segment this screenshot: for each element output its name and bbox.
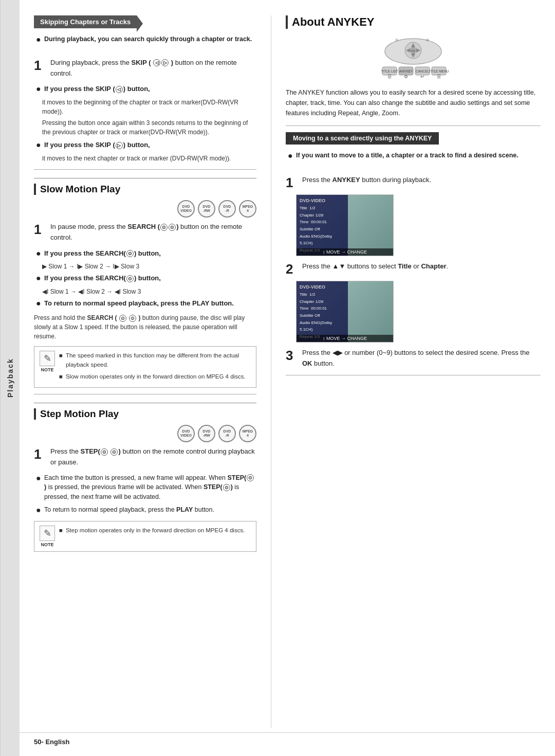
step-text1: Press the (50, 447, 81, 455)
right-column: About ANYKEY (271, 15, 555, 728)
intro-bullet: ● (36, 34, 41, 51)
skip-back-sub2: Pressing the button once again within 3 … (42, 118, 256, 137)
svg-text:TITLE MENU: TITLE MENU (429, 69, 449, 73)
svg-text:ANYKEY: ANYKEY (399, 69, 413, 73)
step-bullet2-text: To return to normal speed playback, pres… (44, 505, 256, 516)
anykey-ok-bold: OK (302, 359, 312, 367)
skip-fwd-bold: If you press the SKIP (▷) button, (44, 141, 150, 149)
about-title-text: About ANYKEY (292, 15, 375, 29)
step-title-bar (34, 408, 36, 420)
about-anykey-section: About ANYKEY (286, 15, 541, 375)
return-play-bold: To return to normal speed playback, pres… (44, 299, 234, 307)
remote-svg: OK ⊙ ⊙ TITLE LIST ANYKEY CANCEL (367, 36, 459, 82)
skipping-step1: 1 During playback, press the SKIP ( ◁▷ )… (34, 58, 256, 79)
anykey-title-bold: Title (398, 262, 412, 270)
skipping-header: Skipping Chapters or Tracks (34, 15, 137, 28)
anykey-bold: ANYKEY (332, 176, 360, 184)
skip-fwd-sub: it moves to the next chapter or track or… (42, 154, 256, 163)
skip-back-sub1: it moves to the beginning of the chapter… (42, 98, 256, 116)
slow-title-row: Slow Motion Play (34, 178, 256, 195)
step-bullet1: ● Each time the button is pressed, a new… (36, 473, 256, 502)
dvd-screen-1: DVD-VIDEO Title 1/2 Chapter 1/28 Time 00… (296, 194, 394, 256)
slow-disc-icons: DVDVIDEO DVD-RW DVD-R MPEG4 (34, 200, 256, 218)
search-fwd-bullet: ● If you press the SEARCH(⊙) button, (36, 248, 256, 259)
anykey-step3: 3 Press the ◀▶ or number (0~9) buttons t… (286, 348, 541, 369)
slow-note-box: ✎ NOTE ■ The speed marked in this functi… (34, 346, 256, 388)
slow-motion-section: Slow Motion Play DVDVIDEO DVD-RW DVD-R M… (34, 178, 256, 388)
remote-control-image: OK ⊙ ⊙ TITLE LIST ANYKEY CANCEL (367, 36, 459, 82)
skipping-intro: During playback, you can search quickly … (44, 34, 256, 44)
skipping-section: Skipping Chapters or Tracks ● During pla… (34, 15, 256, 163)
skip-back-bold: If you press the SKIP (◁) button, (44, 85, 150, 93)
return-play-bullet: ● To return to normal speed playback, pr… (36, 298, 256, 309)
skip-back-dot: ● (36, 84, 41, 95)
divider-2 (34, 394, 256, 394)
step-step1: 1 Press the STEP(⊙ ⊙) button on the remo… (34, 446, 256, 468)
about-desc: The ANYKEY function allows you to easily… (286, 87, 541, 118)
anykey-step2-text: Press the ▲▼ buttons to select (302, 262, 398, 270)
skip-back-content: If you press the SKIP (◁) button, (44, 84, 256, 95)
skip-fwd-content: If you press the SKIP (▷) button, (44, 140, 256, 151)
anykey-step1-text2: button during playback. (360, 176, 431, 184)
anykey-step1-text: Press the (302, 176, 332, 184)
mpeg4-icon: MPEG4 (239, 200, 256, 218)
search-bwd-bullet: ● If you press the SEARCH(⊙) button, (36, 273, 256, 284)
footer: 50- English (20, 732, 555, 746)
note-icon: ✎ (40, 351, 55, 366)
svg-text:⚙: ⚙ (404, 74, 408, 79)
page-number: 50 (34, 738, 41, 746)
step-mpeg4-icon: MPEG4 (239, 425, 256, 442)
dvdr-icon: DVD-R (218, 200, 236, 218)
anykey-step2: 2 Press the ▲▼ buttons to select Title o… (286, 261, 541, 276)
dvd-screen-2: DVD-VIDEO Title 1/2 Chapter 1/28 Time 00… (296, 281, 394, 343)
slow-step1: 1 In pause mode, press the SEARCH (⊙⊙) b… (34, 222, 256, 243)
dvd-rw-icon: DVD-RW (198, 200, 215, 218)
slow-note-bullet2: Slow motion operates only in the forward… (66, 372, 246, 381)
slow-step1-text: In pause mode, press the (50, 223, 127, 230)
search-bwd-bold: If you press the SEARCH(⊙) button, (44, 274, 161, 282)
svg-text:OK: OK (411, 49, 416, 52)
step-title-text: Step Motion Play (40, 408, 119, 420)
step1-text: During playback, press the (50, 59, 132, 66)
sidebar: Playback (0, 0, 20, 756)
search-fwd-bold: If you press the SEARCH(⊙) button, (44, 249, 161, 257)
anykey-step3-text2: button. (312, 359, 335, 367)
slow-note-bullet1: The speed marked in this function may be… (66, 351, 251, 370)
about-title-row: About ANYKEY (286, 15, 541, 29)
svg-text:⊙: ⊙ (426, 38, 429, 42)
step-dvdr-icon: DVD-R (218, 425, 236, 442)
moving-header: Moving to a scene directly using the ANY… (286, 132, 439, 145)
step-dvd-video-icon: DVDVIDEO (177, 425, 195, 442)
step-step1-content: Press the STEP(⊙ ⊙) button on the remote… (50, 446, 256, 468)
step-note-content: Step motion operates only in the forward… (66, 526, 245, 535)
move-intro: If you want to move to a title, a chapte… (296, 151, 541, 160)
slow-hold-note: Press and hold the SEARCH ( ⊙ ⊙ ) button… (34, 313, 256, 341)
svg-text:TITLE LIST: TITLE LIST (381, 69, 398, 73)
skip-fwd-bullet: ● If you press the SKIP (▷) button, (36, 140, 256, 151)
step-disc-icons: DVDVIDEO DVD-RW DVD-R MPEG4 (34, 425, 256, 442)
about-title-bar (286, 15, 288, 29)
step-bold: STEP(⊙ ⊙) (81, 447, 121, 455)
slow-title-bar (34, 184, 36, 195)
step-motion-section: Step Motion Play DVDVIDEO DVD-RW DVD-R M… (34, 403, 256, 552)
step-title-row: Step Motion Play (34, 403, 256, 420)
sidebar-label: Playback (6, 358, 14, 398)
step-bullet2: ● To return to normal speed playback, pr… (36, 505, 256, 516)
left-column: Skipping Chapters or Tracks ● During pla… (20, 15, 271, 728)
step-dvd-rw-icon: DVD-RW (198, 425, 215, 442)
step-note-text: ■ Step motion operates only in the forwa… (59, 526, 245, 547)
slow-title-text: Slow Motion Play (40, 184, 120, 195)
step-bullet1-text: Each time the button is pressed, a new f… (44, 473, 256, 502)
svg-text:↩: ↩ (420, 74, 424, 79)
step-number-1: 1 (34, 59, 45, 79)
move-intro-bullet: ● If you want to move to a title, a chap… (288, 151, 541, 168)
svg-text:☰: ☰ (387, 74, 392, 79)
skip-fwd-dot: ● (36, 140, 41, 151)
anykey-step3-text: Press the ◀▶ or number (0~9) buttons to … (302, 349, 529, 356)
search-fwd-sub: ▶ Slow 1 → I▶ Slow 2 → I▶ Slow 3 (42, 262, 256, 271)
step-step-num: 1 (34, 447, 45, 468)
slow-step-num: 1 (34, 223, 45, 243)
dvd-video-icon: DVDVIDEO (177, 200, 195, 218)
language-label: English (45, 738, 69, 746)
svg-text:CANCEL: CANCEL (416, 69, 430, 73)
